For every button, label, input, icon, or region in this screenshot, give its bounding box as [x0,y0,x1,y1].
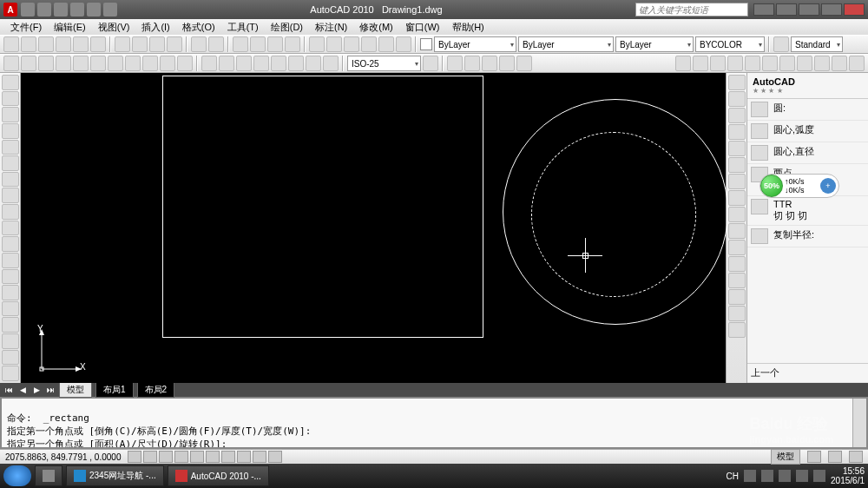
mod-erase-icon[interactable] [675,56,691,71]
menu-format[interactable]: 格式(O) [177,21,220,33]
sun-icon[interactable] [464,56,480,71]
mod-move-icon[interactable] [762,56,778,71]
maximize-button[interactable] [821,3,842,16]
qat-print-icon[interactable] [103,3,117,16]
mod-stretch-icon[interactable] [814,56,830,71]
block-icon[interactable] [2,269,19,285]
minimize-button[interactable] [799,3,819,16]
tray-icon[interactable] [744,470,756,482]
dim-continue-icon[interactable] [177,56,193,71]
close-button[interactable] [844,3,865,16]
tray-volume-icon[interactable] [813,470,825,482]
menu-modify[interactable]: 修改(M) [354,21,398,33]
gradient-icon[interactable] [2,317,19,333]
menu-draw[interactable]: 绘图(D) [266,21,308,33]
layer-dropdown[interactable]: ByLayer [434,36,516,52]
region-icon[interactable] [2,333,19,349]
rectangle-icon[interactable] [2,140,19,155]
qp-toggle[interactable] [268,451,282,463]
r-trim-icon[interactable] [728,223,746,239]
qat-new-icon[interactable] [21,3,35,16]
r-extend-icon[interactable] [728,240,746,255]
dimstyle-dropdown[interactable]: ISO-25 [347,56,421,71]
menu-help[interactable]: 帮助(H) [447,21,490,33]
menu-insert[interactable]: 插入(I) [136,21,174,33]
r-scale-icon[interactable] [728,190,746,206]
widget-add-icon[interactable]: + [820,178,836,194]
dim-ordinate-icon[interactable] [56,56,71,71]
xline-icon[interactable] [2,91,19,107]
render-icon[interactable] [482,56,497,71]
hatch-icon[interactable] [2,301,19,317]
centermark-icon[interactable] [253,56,269,71]
mod-rotate-icon[interactable] [779,56,795,71]
taskbar-item-autocad[interactable]: AutoCAD 2010 -... [168,465,269,486]
snap-toggle[interactable] [128,451,141,463]
app-logo[interactable]: A [3,3,17,16]
mtext-icon[interactable] [2,366,19,381]
dimstyle-update-icon[interactable] [423,56,438,71]
inspect-icon[interactable] [271,56,286,71]
clock-time[interactable]: 15:56 [831,466,865,476]
drawing-canvas[interactable]: Y X [21,73,726,383]
designcenter-icon[interactable] [326,36,342,52]
search-input[interactable] [635,3,748,16]
point-icon[interactable] [2,285,19,300]
clock-date[interactable]: 2015/6/1 [831,476,865,485]
layer-color-swatch[interactable] [420,38,432,50]
dim-space-icon[interactable] [201,56,217,71]
status-btn2[interactable] [828,451,842,463]
panel-item[interactable]: 圆心,弧度 [773,123,865,136]
tray-icon[interactable] [779,470,791,482]
r-chamfer-icon[interactable] [728,289,746,305]
dim-arc-icon[interactable] [38,56,54,71]
pan-icon[interactable] [233,36,248,52]
help-icon[interactable] [776,3,797,16]
table-icon[interactable] [2,350,19,366]
lwt-toggle[interactable] [253,451,266,463]
r-stretch-icon[interactable] [728,207,746,222]
lang-indicator[interactable]: CH [727,472,739,481]
qat-undo-icon[interactable] [70,3,84,16]
properties-icon[interactable] [309,36,325,52]
jogline-icon[interactable] [288,56,304,71]
dim-linear-icon[interactable] [3,56,19,71]
dim-radius-icon[interactable] [73,56,89,71]
calc-icon[interactable] [396,36,411,52]
model-paper-toggle[interactable]: 模型 [771,449,800,465]
panel-item[interactable]: 复制半径: [773,228,865,241]
revcloud-icon[interactable] [2,188,19,203]
status-btn3[interactable] [849,451,863,463]
toolpalette-icon[interactable] [344,36,359,52]
network-monitor-widget[interactable]: 50% ↑0K/s↓0K/s + [760,174,839,198]
tab-prev-icon[interactable]: ◀ [17,386,28,394]
circle-icon[interactable] [2,172,19,188]
menu-edit[interactable]: 编辑(E) [49,21,91,33]
zoom-window-icon[interactable] [267,36,283,52]
print-icon[interactable] [56,36,71,52]
command-window[interactable]: 命令: _rectang 指定第一个角点或 [倒角(C)/标高(E)/圆角(F)… [0,397,868,449]
osnap-toggle[interactable] [190,451,204,463]
tab-next-icon[interactable]: ▶ [31,386,42,394]
markup-icon[interactable] [378,36,394,52]
qat-save-icon[interactable] [54,3,68,16]
pline-icon[interactable] [2,107,19,122]
new-icon[interactable] [3,36,19,52]
dim-diameter-icon[interactable] [108,56,123,71]
mod-mirror-icon[interactable] [710,56,726,71]
r-break-icon[interactable] [728,256,746,272]
r-fillet-icon[interactable] [728,306,746,321]
mod-array-icon[interactable] [745,56,760,71]
copy-icon[interactable] [132,36,148,52]
r-offset-icon[interactable] [728,124,746,140]
star-icon[interactable] [753,3,774,16]
mod-trim-icon[interactable] [832,56,847,71]
r-erase-icon[interactable] [728,75,746,90]
otrack-toggle[interactable] [206,451,220,463]
tray-icon[interactable] [796,470,808,482]
r-mirror-icon[interactable] [728,108,746,123]
dimtedit-icon[interactable] [323,56,339,71]
dim-aligned-icon[interactable] [21,56,36,71]
mod-copy-icon[interactable] [693,56,708,71]
menu-file[interactable]: 文件(F) [5,21,47,33]
